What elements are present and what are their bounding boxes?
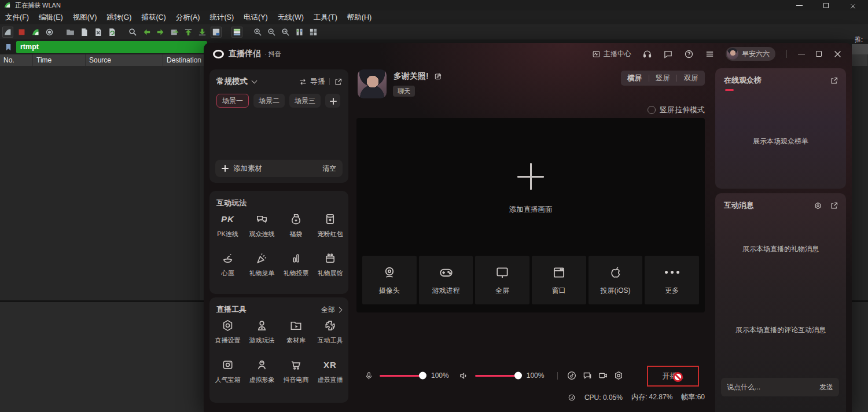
find-packet-icon[interactable] (127, 27, 138, 38)
tool-game-play[interactable]: 游戏玩法 (245, 318, 279, 345)
ws-close-icon[interactable] (849, 2, 856, 9)
tool-xr-live[interactable]: XR 虚景直播 (313, 358, 347, 384)
messages-title[interactable]: 互动消息 (724, 200, 754, 211)
go-forward-icon[interactable] (155, 27, 166, 38)
ws-minimize-icon[interactable] (796, 5, 803, 6)
scene-tab-3[interactable]: 场景三 (289, 94, 321, 108)
zoom-reset-icon[interactable] (280, 27, 291, 38)
scene-tab-2[interactable]: 场景二 (253, 94, 285, 108)
column-source[interactable]: Source (86, 54, 163, 66)
save-file-icon[interactable] (79, 27, 90, 38)
scene-tab-1[interactable]: 场景一 (216, 94, 249, 108)
close-file-icon[interactable] (93, 27, 104, 38)
headset-icon[interactable] (642, 49, 652, 59)
tool-live-settings[interactable]: 直播设置 (211, 318, 245, 345)
go-back-icon[interactable] (141, 27, 152, 38)
tool-lucky-bag[interactable]: 福袋 (279, 212, 313, 238)
category-tag[interactable]: 聊天 (393, 86, 415, 97)
mic-volume-slider[interactable] (380, 375, 425, 377)
column-no[interactable]: No. (0, 54, 33, 66)
tool-popularity-box[interactable]: 人气宝箱 (211, 358, 245, 384)
user-account-pill[interactable]: 早安六六 (726, 47, 775, 61)
mode-selector[interactable]: 常规模式 (216, 76, 248, 87)
tool-gift-gallery[interactable]: 礼物展馆 (313, 251, 347, 278)
open-file-icon[interactable] (65, 27, 76, 38)
last-packet-icon[interactable] (197, 27, 208, 38)
tool-gift-vote[interactable]: 礼物投票 (279, 251, 313, 278)
menu-wireless[interactable]: 无线(W) (278, 13, 304, 23)
source-window[interactable]: 窗口 (532, 256, 586, 304)
feedback-bubble-icon[interactable] (663, 49, 673, 59)
viewers-popout-icon[interactable] (830, 76, 838, 85)
goto-packet-icon[interactable] (169, 27, 180, 38)
comment-assist-icon[interactable] (582, 370, 593, 381)
add-scene-button[interactable] (325, 94, 340, 108)
menu-help[interactable]: 帮助(H) (347, 13, 372, 23)
messages-settings-icon[interactable] (814, 201, 822, 210)
capture-stop-icon[interactable] (16, 27, 27, 38)
menu-telephony[interactable]: 电话(Y) (244, 13, 268, 23)
menu-file[interactable]: 文件(F) (5, 13, 29, 23)
add-material-bar[interactable]: 添加素材 清空 (215, 160, 343, 177)
tool-audience-link[interactable]: 观众连线 (245, 212, 279, 238)
tool-douyin-shop[interactable]: 抖音电商 (279, 358, 313, 384)
zoom-in-icon[interactable] (252, 27, 263, 38)
tools-see-all[interactable]: 全部 (321, 305, 341, 315)
director-toggle[interactable]: 导播 (299, 76, 325, 87)
menu-statistics[interactable]: 统计(S) (209, 13, 234, 23)
viewers-title[interactable]: 在线观众榜 (724, 75, 762, 86)
orientation-landscape[interactable]: 横屏 (621, 73, 649, 83)
room-avatar[interactable] (358, 69, 387, 98)
microphone-icon[interactable] (365, 371, 373, 381)
menu-tools[interactable]: 工具(T) (314, 13, 337, 23)
ws-maximize-icon[interactable] (823, 3, 829, 8)
app-minimize-icon[interactable] (798, 54, 805, 54)
resize-columns-icon[interactable] (294, 27, 305, 38)
menu-go[interactable]: 跳转(G) (106, 13, 131, 23)
clear-button[interactable]: 清空 (322, 164, 336, 174)
tool-material-library[interactable]: 素材库 (279, 318, 313, 345)
orientation-portrait[interactable]: 竖屏 (649, 73, 677, 83)
settings-gear-icon[interactable] (613, 370, 624, 381)
messages-popout-icon[interactable] (830, 201, 838, 210)
app-maximize-icon[interactable] (816, 51, 822, 57)
colorize-icon[interactable] (231, 27, 242, 38)
orientation-dual[interactable]: 双屏 (677, 73, 705, 83)
speaker-volume-slider[interactable] (475, 375, 520, 377)
menu-analyze[interactable]: 分析(A) (176, 13, 200, 23)
send-button[interactable]: 发送 (819, 382, 833, 392)
anchor-center-button[interactable]: 主播中心 (592, 49, 631, 59)
menu-edit[interactable]: 编辑(E) (39, 13, 63, 23)
stretch-mode-option[interactable]: 竖屏拉伸模式 (621, 105, 705, 115)
add-live-screen[interactable]: 添加直播画面 (356, 163, 705, 215)
app-close-icon[interactable] (833, 49, 843, 59)
mic-slider-knob[interactable] (419, 372, 426, 380)
tool-pk-link[interactable]: PK PK连线 (211, 212, 245, 238)
tool-interact-tools[interactable]: 互动工具 (313, 318, 347, 345)
capture-options-icon[interactable] (44, 27, 55, 38)
menu-capture[interactable]: 捕获(C) (141, 13, 165, 23)
popout-icon[interactable] (334, 78, 343, 86)
source-camera[interactable]: 摄像头 (362, 256, 417, 304)
tool-gift-menu[interactable]: 礼物菜单 (245, 251, 279, 278)
menu-view[interactable]: 视图(V) (73, 13, 97, 23)
speaker-icon[interactable] (459, 371, 469, 381)
douyin-effects-icon[interactable] (567, 370, 577, 381)
start-broadcast-button[interactable]: 开播... (647, 366, 699, 387)
reload-file-icon[interactable] (106, 27, 117, 38)
zoom-out-icon[interactable] (266, 27, 277, 38)
filter-bookmark-icon[interactable] (3, 42, 13, 52)
first-packet-icon[interactable] (183, 27, 194, 38)
edit-title-icon[interactable] (434, 72, 442, 80)
help-icon[interactable] (684, 49, 694, 59)
source-ios-cast[interactable]: 投屏(iOS) (589, 256, 643, 304)
capture-start-icon[interactable] (2, 27, 13, 38)
autoscroll-icon[interactable] (211, 27, 222, 38)
capture-restart-icon[interactable] (30, 27, 41, 38)
column-time[interactable]: Time (33, 54, 86, 66)
source-fullscreen[interactable]: 全屏 (475, 256, 529, 304)
speaker-slider-knob[interactable] (514, 372, 522, 380)
tool-wish[interactable]: 心愿 (211, 251, 245, 278)
chat-input[interactable]: 说点什么... 发送 (721, 378, 839, 396)
source-game-process[interactable]: 游戏进程 (419, 256, 473, 304)
